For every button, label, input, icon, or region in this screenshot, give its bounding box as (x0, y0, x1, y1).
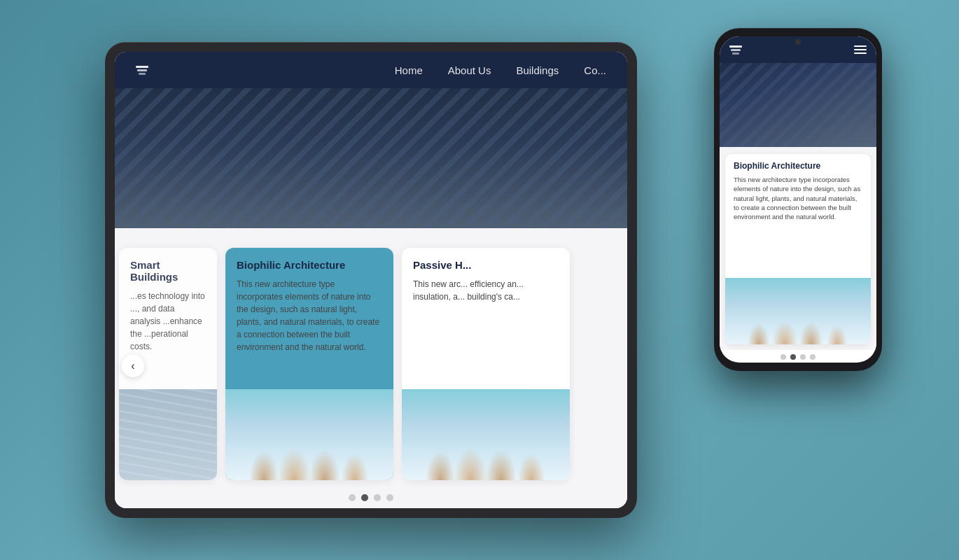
dot-2[interactable] (361, 494, 368, 501)
mobile-dot-2[interactable] (790, 354, 796, 360)
dot-4[interactable] (386, 494, 393, 501)
card-biophilic[interactable]: Biophilic Architecture This new architec… (225, 248, 393, 480)
mobile-card-biophilic[interactable]: Biophilic Architecture This new architec… (725, 154, 871, 344)
card-text-passive: Passive H... This new arc... efficiency … (402, 248, 570, 389)
mobile-dot-1[interactable] (780, 354, 786, 360)
mobile-logo (729, 46, 742, 55)
dot-1[interactable] (349, 494, 356, 501)
tablet-navbar: Home About Us Buildings Co... (115, 52, 627, 88)
mobile-hamburger-button[interactable] (854, 46, 867, 54)
mobile-dot-4[interactable] (810, 354, 816, 360)
card-desc-biophilic: This new architecture type incorporates … (237, 278, 382, 354)
mobile-navbar (720, 36, 876, 63)
nav-buildings[interactable]: Buildings (516, 64, 559, 76)
mobile-carousel-dots (720, 350, 876, 363)
card-passive[interactable]: Passive H... This new arc... efficiency … (402, 248, 570, 480)
tablet-carousel-dots (349, 494, 393, 501)
mobile-device: Biophilic Architecture This new architec… (714, 28, 882, 371)
card-image-passive (402, 389, 570, 480)
mobile-card-image (725, 278, 871, 344)
tablet-logo (136, 66, 148, 75)
mobile-card-title: Biophilic Architecture (734, 161, 862, 171)
mobile-screen: Biophilic Architecture This new architec… (720, 36, 876, 363)
tablet-device: Home About Us Buildings Co... ‹ Smart Bu… (105, 42, 637, 518)
cards-row: Smart Buildings ...es technology into ..… (115, 228, 627, 508)
card-title-biophilic: Biophilic Architecture (237, 259, 382, 271)
card-image-partial (119, 389, 217, 480)
card-image-biophilic (225, 389, 393, 480)
mobile-card-text: Biophilic Architecture This new architec… (725, 154, 871, 278)
mobile-hero-image (720, 63, 876, 147)
dot-3[interactable] (374, 494, 381, 501)
card-desc-partial: ...es technology into ..., and data anal… (130, 290, 206, 353)
nav-more[interactable]: Co... (584, 64, 606, 76)
card-desc-passive: This new arc... efficiency an... insulat… (413, 278, 559, 303)
tablet-screen: Home About Us Buildings Co... ‹ Smart Bu… (115, 52, 627, 508)
tablet-cards-section: ‹ Smart Buildings ...es technology into … (115, 228, 627, 508)
mobile-card-desc: This new architecture type incorporates … (734, 175, 862, 221)
nav-home[interactable]: Home (395, 64, 423, 76)
prev-arrow-button[interactable]: ‹ (122, 355, 144, 377)
card-title-partial: Smart Buildings (130, 259, 206, 283)
nav-about-us[interactable]: About Us (448, 64, 491, 76)
tablet-hero-image (115, 88, 627, 228)
mobile-dot-3[interactable] (800, 354, 806, 360)
mobile-card-section: Biophilic Architecture This new architec… (720, 147, 876, 350)
card-title-passive: Passive H... (413, 259, 559, 271)
card-text-biophilic: Biophilic Architecture This new architec… (225, 248, 393, 389)
tablet-nav-links: Home About Us Buildings Co... (395, 64, 606, 76)
